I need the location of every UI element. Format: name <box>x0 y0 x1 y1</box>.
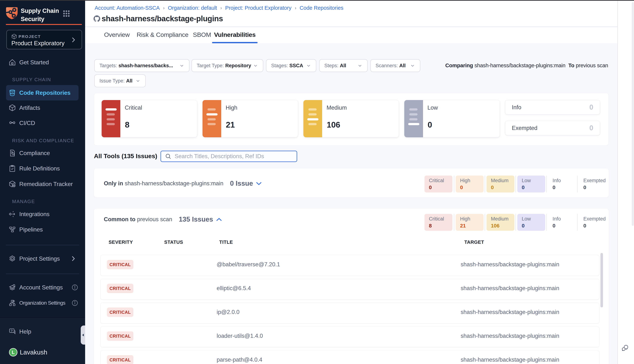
svg-text:?: ? <box>11 329 13 333</box>
